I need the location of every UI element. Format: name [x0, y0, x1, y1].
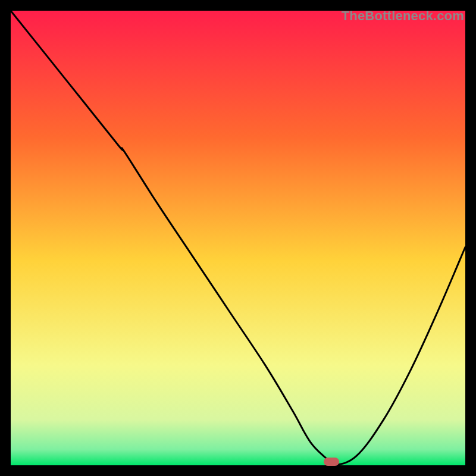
- optimum-marker: [324, 458, 339, 466]
- chart-frame: TheBottleneck.com: [11, 11, 465, 465]
- watermark-text: TheBottleneck.com: [342, 8, 464, 24]
- bottleneck-chart: [11, 11, 465, 465]
